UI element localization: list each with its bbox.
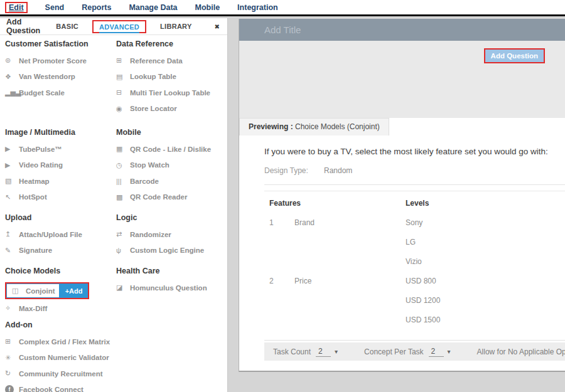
sidebar-item-heatmap[interactable]: ▧ Heatmap [5, 173, 113, 189]
sidebar-item-attach-upload-file[interactable]: ↥ Attach/Upload File [5, 226, 113, 243]
tab-advanced[interactable]: ADVANCED [92, 20, 146, 33]
tab-library[interactable]: LIBRARY [160, 23, 192, 30]
previewing-label: Previewing : [249, 122, 293, 131]
sidebar-item-video-rating[interactable]: ▶ Video Rating [5, 157, 113, 174]
sidebar-item-store-locator[interactable]: ◉ Store Locator [116, 101, 227, 117]
question-text: If you were to buy a TV, select the most… [264, 147, 565, 156]
qr-reader-icon: ▩ [116, 193, 130, 201]
item-label: Conjoint [26, 287, 55, 295]
section-add-on: Add-on ⊞ Complex Grid / Flex Matrix ✳ Cu… [5, 320, 113, 392]
sidebar-item-tubepulse[interactable]: ▶ TubePulse™ [5, 141, 113, 157]
item-label: Video Rating [19, 161, 63, 169]
nav-item-send[interactable]: Send [45, 3, 65, 12]
no-applicable-option-label: Allow for No Applicable Option [477, 347, 565, 356]
nav-item-reports[interactable]: Reports [82, 3, 111, 12]
sidebar-item-reference-data[interactable]: ⊞ Reference Data [116, 53, 227, 69]
previewing-question-type: Choice Models (Conjoint) [293, 122, 380, 131]
item-label: Facebook Connect [19, 386, 83, 392]
sidebar-item-budget-scale[interactable]: ▂▅▃ Budget Scale [5, 85, 113, 101]
sidebar-item-randomizer[interactable]: ⇄ Randomizer [116, 226, 227, 243]
nav-item-edit[interactable]: Edit [5, 2, 28, 13]
nav-item-integration[interactable]: Integration [237, 3, 278, 12]
max-diff-icon: ✧ [5, 304, 19, 312]
item-label: Stop Watch [130, 161, 170, 169]
level-value: USD 1200 [406, 296, 565, 305]
add-question-button[interactable]: Add Question [484, 48, 545, 63]
sidebar-item-net-promoter-score[interactable]: ⊚ Net Promoter Score [5, 53, 113, 69]
sidebar-item-qr-like-dislike[interactable]: ▦ QR Code - Like / Dislike [116, 141, 227, 157]
nav-item-manage-data[interactable]: Manage Data [129, 3, 177, 12]
conjoint-icon: ◫ [12, 287, 26, 295]
sidebar-item-conjoint-highlight: ◫ Conjoint +Add [5, 282, 89, 299]
caret-down-icon[interactable]: ▾ [335, 348, 338, 355]
item-label: Custom Logic Engine [130, 246, 204, 254]
question-column-1: Customer Satisfaction ⊚ Net Promoter Sco… [5, 35, 113, 392]
item-label: Signature [19, 246, 52, 254]
reference-data-icon: ⊞ [116, 56, 130, 65]
level-value: Vizio [406, 257, 565, 266]
item-label: Randomizer [130, 231, 171, 238]
add-title-placeholder: Add Title [264, 24, 301, 35]
close-icon[interactable]: ✖ [215, 23, 220, 30]
sidebar-item-van-westendorp[interactable]: ❖ Van Westendorp [5, 69, 113, 85]
bar-chart-icon: ▂▅▃ [5, 88, 19, 97]
add-title-field[interactable]: Add Title [239, 19, 565, 41]
item-label: TubePulse™ [19, 146, 62, 153]
item-label: HotSpot [19, 193, 47, 201]
level-value: USD 1500 [406, 315, 565, 324]
stopwatch-icon: ◷ [116, 161, 130, 169]
feature-number: 1 [269, 218, 294, 227]
store-locator-icon: ◉ [116, 105, 130, 113]
community-icon: ↻ [5, 369, 19, 378]
top-nav: Edit Send Reports Manage Data Mobile Int… [0, 0, 565, 16]
level-value: Sony [406, 218, 565, 227]
add-conjoint-button[interactable]: +Add [60, 283, 89, 298]
sidebar-item-community-recruitment[interactable]: ↻ Community Recruitment [5, 366, 113, 382]
design-type-label: Design Type: [264, 166, 324, 175]
caret-down-icon[interactable]: ▾ [448, 348, 451, 355]
signature-icon: ✎ [5, 246, 19, 255]
section-heading: Logic [116, 213, 227, 223]
sidebar-item-multi-tier-lookup-table[interactable]: ⊟ Multi Tier Lookup Table [116, 85, 227, 101]
levels-header: Levels [406, 199, 565, 208]
item-label: Custom Numeric Validator [19, 354, 109, 361]
sidebar-item-custom-numeric-validator[interactable]: ✳ Custom Numeric Validator [5, 350, 113, 366]
sidebar-item-complex-grid[interactable]: ⊞ Complex Grid / Flex Matrix [5, 334, 113, 350]
item-label: Net Promoter Score [19, 57, 87, 65]
custom-logic-icon: ψ [116, 246, 130, 254]
sidebar-item-max-diff[interactable]: ✧ Max-Diff [5, 300, 113, 317]
item-label: Attach/Upload File [19, 231, 82, 238]
sidebar-item-lookup-table[interactable]: ▤ Lookup Table [116, 69, 227, 85]
sidebar-item-facebook-connect[interactable]: f Facebook Connect [5, 382, 113, 392]
barcode-icon: ||| [116, 177, 130, 185]
section-data-reference: Data Reference ⊞ Reference Data ▤ Lookup… [116, 40, 227, 117]
concept-per-task-select[interactable]: 2 [429, 347, 444, 357]
design-type-value: Random [324, 166, 352, 175]
sidebar-item-custom-logic-engine[interactable]: ψ Custom Logic Engine [116, 243, 227, 259]
sidebar-item-hotspot[interactable]: ↖ HotSpot [5, 189, 113, 206]
sidebar-item-qr-code-reader[interactable]: ▩ QR Code Reader [116, 189, 227, 206]
panel-tabs: BASIC ADVANCED LIBRARY ✖ [56, 20, 222, 33]
upload-icon: ↥ [5, 230, 19, 238]
level-value: USD 800 [406, 277, 565, 285]
section-health-care: Health Care ◪ Homunculus Question [116, 267, 227, 296]
feature-number: 2 [269, 277, 294, 285]
panel-title: Add Question [6, 18, 56, 35]
sidebar-item-homunculus-question[interactable]: ◪ Homunculus Question [116, 280, 227, 296]
sidebar-item-stop-watch[interactable]: ◷ Stop Watch [116, 157, 227, 174]
feature-name: Price [294, 277, 406, 285]
sidebar-item-signature[interactable]: ✎ Signature [5, 243, 113, 259]
nav-item-mobile[interactable]: Mobile [195, 3, 220, 12]
survey-preview-card: Add Title Add Question Previewing : Choi… [239, 19, 565, 372]
tab-basic[interactable]: BASIC [56, 23, 78, 30]
conjoint-controls-bar: Task Count 2 ▾ Concept Per Task 2 ▾ Allo… [264, 342, 565, 361]
task-count-select[interactable]: 2 [316, 347, 331, 357]
item-label: Budget Scale [19, 89, 65, 97]
section-heading: Mobile [116, 128, 227, 137]
section-heading: Upload [5, 213, 113, 223]
item-label: Van Westendorp [19, 73, 75, 80]
nps-scale-icon: ⊚ [5, 56, 19, 65]
item-label: Community Recruitment [19, 370, 103, 378]
sidebar-item-conjoint[interactable]: ◫ Conjoint [6, 283, 60, 298]
sidebar-item-barcode[interactable]: ||| Barcode [116, 173, 227, 189]
